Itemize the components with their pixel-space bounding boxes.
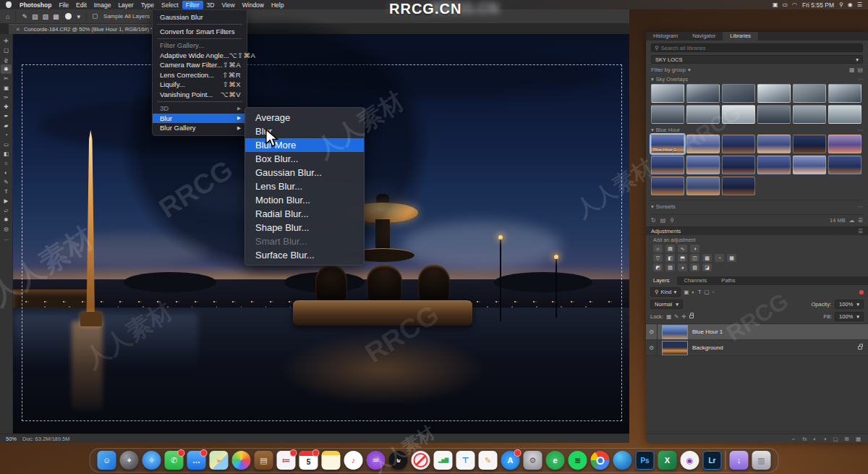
library-asset-thumb[interactable] — [651, 84, 684, 103]
group-menu-icon[interactable]: ⋯ — [858, 203, 864, 210]
tool-button[interactable]: ✎ — [1, 177, 12, 187]
blur-submenu-item[interactable]: Shape Blur... — [245, 221, 364, 234]
dock-app-icon[interactable]: 5 — [299, 451, 318, 470]
dock-app-icon[interactable]: Lr — [703, 451, 722, 470]
panel-tab[interactable]: Libraries — [723, 32, 758, 41]
library-asset-thumb[interactable] — [757, 105, 791, 124]
dock-app-icon[interactable]: ≔ — [277, 451, 296, 470]
menu-bar-item[interactable]: Filter — [182, 1, 203, 9]
library-asset-thumb[interactable] — [828, 135, 861, 153]
blur-submenu-item[interactable]: Radial Blur... — [245, 207, 364, 221]
filter-menu-item[interactable]: Liquify... ⇧⌘X ▶ — [153, 80, 247, 90]
menu-bar-item[interactable]: Help — [268, 1, 287, 9]
blur-submenu-item[interactable]: Blur More — [245, 138, 364, 152]
adjustment-icon[interactable]: ◩ — [653, 263, 663, 271]
lock-icon[interactable] — [689, 315, 694, 318]
menu-bar-clock[interactable]: Fri 5:55 PM — [802, 1, 834, 9]
lock-option-icon[interactable]: ✛ — [681, 313, 686, 320]
menu-bar-item[interactable]: Select — [158, 1, 182, 9]
library-asset-thumb[interactable] — [793, 135, 826, 153]
kind-filter-select[interactable]: ⚲ Kind ▾ — [650, 287, 681, 297]
search-input[interactable] — [661, 45, 859, 51]
adjustment-icon[interactable]: ▦ — [727, 254, 736, 262]
library-asset-thumb[interactable] — [651, 105, 684, 124]
dock-app-icon[interactable]: ♪ — [344, 451, 363, 470]
library-asset-thumb[interactable] — [722, 156, 755, 174]
filter-menu-item[interactable]: 3D ▶ — [153, 103, 247, 114]
library-asset-thumb[interactable] — [651, 177, 684, 195]
apple-menu-icon[interactable] — [6, 1, 12, 8]
layers-footer-icon[interactable]: ▦ — [856, 436, 861, 442]
tool-button[interactable]: ◎ — [1, 224, 12, 234]
filter-menu-item[interactable]: Blur Gallery ▶ — [153, 123, 247, 133]
panel-tab[interactable]: Navigator — [685, 32, 723, 41]
tool-button[interactable]: ✱ — [1, 215, 12, 224]
blur-submenu-item[interactable]: Blur — [245, 124, 364, 138]
tool-button[interactable]: … — [1, 234, 12, 243]
dock-app-icon[interactable] — [412, 451, 430, 470]
blur-submenu-item[interactable]: Smart Blur... — [245, 234, 364, 248]
filter-menu-item[interactable]: Lens Correction... ⇧⌘R ▶ — [153, 70, 247, 80]
library-asset-thumb[interactable] — [828, 156, 861, 174]
tool-button[interactable]: ❋ — [1, 64, 12, 74]
filter-menu-item[interactable]: Gaussian Blur ▶ — [153, 12, 247, 22]
view-icon[interactable]: ▦ — [849, 67, 855, 73]
adjustment-icon[interactable]: ◑ — [690, 245, 699, 253]
panel-tab[interactable]: Histogram — [646, 32, 685, 41]
dock-app-icon[interactable]: ☺ — [98, 451, 116, 470]
library-asset-thumb[interactable] — [793, 105, 826, 124]
filter-menu-item[interactable]: ▶ — [157, 101, 242, 102]
adjustment-icon[interactable]: ◧ — [665, 254, 675, 262]
dock-app-icon[interactable] — [232, 451, 251, 470]
tool-option-icon[interactable]: ▧ — [32, 13, 38, 20]
adjustment-icon[interactable]: ∿ — [678, 245, 687, 253]
tool-button[interactable]: ▣ — [1, 83, 12, 93]
tool-button[interactable]: ▢ — [1, 46, 12, 55]
layer-row[interactable]: ⊙ Background — [646, 339, 868, 355]
dock-app-icon[interactable] — [613, 451, 632, 470]
tool-button[interactable]: ▭ — [1, 140, 12, 149]
layers-empty-area[interactable] — [646, 355, 868, 433]
library-asset-thumb[interactable] — [828, 84, 861, 103]
layer-visibility-icon[interactable]: ⊙ — [646, 340, 658, 355]
dock-app-icon[interactable]: ➢ — [210, 451, 229, 470]
tool-button[interactable]: ϱ — [1, 55, 12, 64]
adjustment-icon[interactable]: ☼ — [653, 245, 663, 253]
group-header[interactable]: ▾ Sunsets ⋯ — [651, 200, 863, 210]
dock-app-icon[interactable] — [591, 451, 610, 470]
library-select[interactable]: SKY LOCS ▾ — [651, 55, 863, 64]
blend-mode-select[interactable]: Normal ▾ — [650, 300, 683, 309]
blur-submenu-item[interactable]: Lens Blur... — [245, 179, 364, 193]
layers-footer-icon[interactable]: ◑ — [823, 436, 827, 442]
menu-bar-item[interactable]: 3D — [203, 1, 218, 9]
tool-option-icon[interactable]: ▨ — [43, 13, 49, 20]
library-asset-thumb[interactable] — [757, 84, 791, 103]
panel-tab[interactable]: Paths — [714, 276, 742, 285]
dock-app-icon[interactable]: ◉ — [681, 451, 699, 470]
dock-app-icon[interactable]: … — [187, 451, 206, 470]
home-icon[interactable]: ⌂ — [6, 13, 9, 20]
dock-app-icon[interactable]: ♒ — [367, 451, 386, 470]
tool-option-icon[interactable]: ✎ — [22, 13, 27, 20]
library-asset-thumb[interactable] — [686, 156, 720, 174]
dock-app-icon[interactable]: A — [501, 451, 520, 470]
adjustment-icon[interactable]: ⬒ — [678, 254, 687, 262]
adjustment-icon[interactable]: ◫ — [690, 254, 699, 262]
dock-app-icon[interactable]: ✎ — [479, 451, 498, 470]
tool-button[interactable]: ✑ — [1, 93, 12, 102]
group-menu-icon[interactable]: ⋯ — [858, 127, 864, 133]
blur-submenu-item[interactable]: Box Blur... — [245, 152, 364, 166]
layers-footer-icon[interactable]: ⊞ — [845, 436, 849, 442]
filter-toggle-icon[interactable] — [859, 290, 864, 295]
panel-tab[interactable]: Channels — [677, 276, 715, 285]
dock-app-icon[interactable]: ✦ — [120, 451, 139, 470]
library-asset-thumb[interactable] — [722, 177, 755, 195]
library-footer-icon[interactable]: ▤ — [660, 217, 666, 224]
status-icon[interactable]: ◠ — [792, 1, 797, 8]
filter-menu-item[interactable]: Convert for Smart Filters ▶ — [153, 27, 247, 37]
filter-menu-item[interactable]: Filter Gallery... ▶ — [153, 41, 247, 51]
lock-option-icon[interactable]: ▦ — [666, 313, 671, 320]
dock-app-icon[interactable]: e — [546, 451, 565, 470]
tool-button[interactable]: ▰ — [1, 121, 12, 130]
layer-thumbnail[interactable] — [662, 341, 688, 355]
